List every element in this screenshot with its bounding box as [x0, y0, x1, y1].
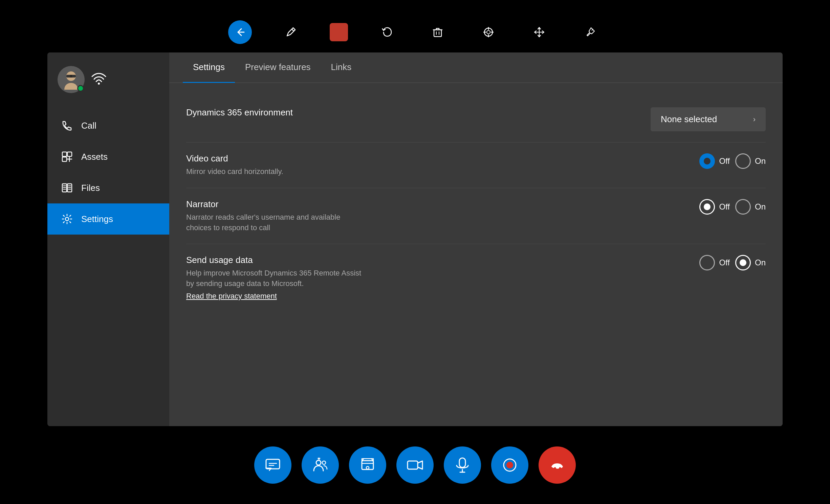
bottom-toolbar [254, 446, 576, 484]
microphone-button[interactable] [444, 446, 481, 484]
video-card-setting-row: Video card Mirror video card horizontall… [186, 143, 766, 188]
nav-items: Call Assets [47, 110, 169, 426]
usage-data-off-radio[interactable] [699, 255, 715, 270]
svg-rect-9 [62, 152, 67, 156]
narrator-control: Off On [699, 199, 766, 215]
usage-data-radio-inner [740, 259, 746, 266]
status-dot [77, 85, 84, 92]
call-icon [61, 119, 73, 132]
narrator-off-option[interactable]: Off [699, 199, 730, 215]
narrator-on-option[interactable]: On [735, 199, 766, 215]
usage-data-title: Send usage data [186, 255, 699, 265]
usage-data-desc: Help improve Microsoft Dynamics 365 Remo… [186, 268, 362, 289]
tab-links[interactable]: Links [321, 52, 362, 83]
record-button[interactable] [491, 446, 528, 484]
video-card-off-radio[interactable] [699, 153, 715, 169]
usage-data-off-label: Off [719, 258, 730, 267]
sidebar-item-assets[interactable]: Assets [47, 141, 169, 172]
settings-label: Settings [81, 214, 113, 224]
svg-rect-18 [362, 461, 373, 469]
video-card-on-radio[interactable] [735, 153, 751, 169]
call-label: Call [81, 120, 96, 131]
back-button[interactable] [228, 20, 252, 44]
target-button[interactable] [477, 20, 500, 44]
screenshot-button[interactable] [349, 446, 386, 484]
svg-point-23 [506, 462, 513, 468]
settings-icon [61, 213, 73, 225]
radio-inner [704, 158, 711, 165]
sidebar-item-settings[interactable]: Settings [47, 203, 169, 235]
usage-data-label: Send usage data Help improve Microsoft D… [186, 255, 699, 301]
tab-settings[interactable]: Settings [183, 52, 235, 83]
svg-point-14 [65, 217, 69, 221]
end-call-button[interactable] [539, 446, 576, 484]
usage-data-setting-row: Send usage data Help improve Microsoft D… [186, 244, 766, 311]
video-card-control: Off On [699, 153, 766, 169]
svg-rect-21 [459, 458, 465, 467]
video-card-on-option[interactable]: On [735, 153, 766, 169]
svg-rect-0 [434, 30, 441, 37]
files-label: Files [81, 183, 100, 193]
avatar-wrap [58, 66, 85, 93]
sidebar-item-call[interactable]: Call [47, 110, 169, 141]
undo-button[interactable] [375, 20, 399, 44]
tabs: Settings Preview features Links [169, 52, 783, 83]
environment-dropdown[interactable]: None selected › [651, 107, 766, 131]
delete-button[interactable] [426, 20, 450, 44]
files-icon [61, 182, 73, 194]
svg-rect-11 [62, 157, 67, 161]
stop-button[interactable] [330, 23, 348, 41]
svg-point-19 [366, 466, 369, 469]
narrator-title: Narrator [186, 199, 699, 210]
top-toolbar [228, 20, 602, 44]
video-card-on-label: On [755, 156, 766, 166]
narrator-setting-row: Narrator Narrator reads caller's usernam… [186, 188, 766, 244]
svg-point-17 [322, 461, 326, 464]
participants-button[interactable] [302, 446, 339, 484]
narrator-label: Narrator Narrator reads caller's usernam… [186, 199, 699, 233]
svg-rect-20 [408, 461, 418, 469]
sidebar-item-files[interactable]: Files [47, 172, 169, 203]
video-card-off-label: Off [719, 156, 730, 166]
environment-value: None selected [661, 114, 717, 125]
narrator-off-label: Off [719, 202, 730, 212]
video-card-desc: Mirror video card horizontally. [186, 167, 362, 177]
chat-button[interactable] [254, 446, 291, 484]
environment-control: None selected › [651, 107, 766, 131]
usage-data-off-option[interactable]: Off [699, 255, 730, 270]
pen-button[interactable] [279, 20, 303, 44]
narrator-on-label: On [755, 202, 766, 212]
usage-data-on-radio[interactable] [735, 255, 751, 270]
assets-label: Assets [81, 152, 108, 162]
svg-point-8 [98, 83, 100, 85]
pin-button[interactable] [578, 20, 602, 44]
svg-rect-6 [66, 75, 70, 78]
svg-point-16 [316, 460, 321, 465]
narrator-radio-inner [704, 203, 711, 210]
narrator-desc: Narrator reads caller's username and ava… [186, 212, 362, 233]
video-button[interactable] [396, 446, 434, 484]
usage-data-on-label: On [755, 258, 766, 267]
environment-title: Dynamics 365 environment [186, 107, 651, 118]
video-card-label: Video card Mirror video card horizontall… [186, 153, 699, 177]
svg-point-2 [487, 30, 490, 34]
wifi-icon [91, 72, 106, 87]
main-panel: Settings Preview features Links Dynamics… [169, 52, 783, 426]
narrator-off-radio[interactable] [699, 199, 715, 215]
video-card-off-option[interactable]: Off [699, 153, 730, 169]
svg-rect-7 [72, 75, 76, 78]
move-button[interactable] [527, 20, 551, 44]
user-profile [47, 59, 169, 103]
svg-rect-15 [266, 459, 280, 469]
settings-content: Dynamics 365 environment None selected ›… [169, 83, 783, 325]
usage-data-on-option[interactable]: On [735, 255, 766, 270]
environment-label: Dynamics 365 environment [186, 107, 651, 120]
privacy-link[interactable]: Read the privacy statement [186, 292, 277, 301]
narrator-on-radio[interactable] [735, 199, 751, 215]
sidebar: Call Assets [47, 52, 169, 426]
assets-icon [61, 151, 73, 163]
main-container: Call Assets [47, 52, 783, 426]
dropdown-arrow-icon: › [753, 115, 756, 124]
tab-preview[interactable]: Preview features [235, 52, 321, 83]
environment-setting-row: Dynamics 365 environment None selected › [186, 96, 766, 143]
